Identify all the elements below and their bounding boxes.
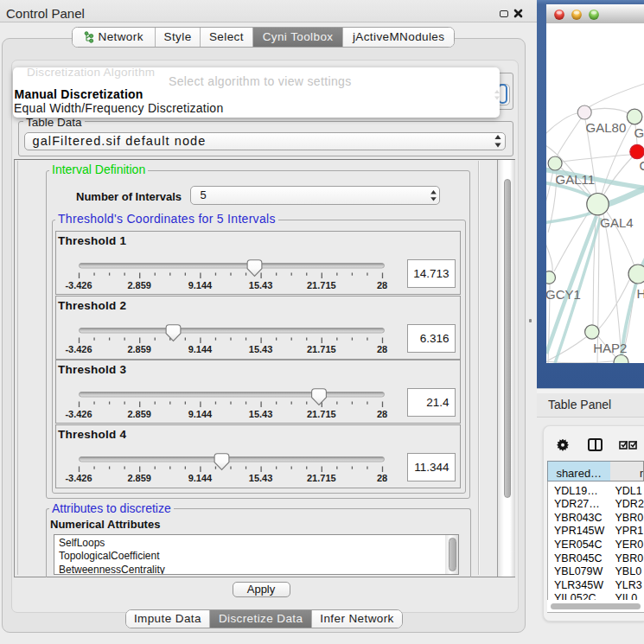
svg-text:GAL4: GAL4 [600,215,633,230]
svg-text:C: C [639,158,644,173]
svg-text:GAL80: GAL80 [585,120,626,135]
svg-text:GAL11: GAL11 [555,172,595,187]
svg-text:GCY1: GCY1 [546,287,581,302]
svg-text:GA: GA [634,125,644,140]
svg-text:HAP2: HAP2 [593,341,627,355]
svg-text:H: H [636,286,644,301]
